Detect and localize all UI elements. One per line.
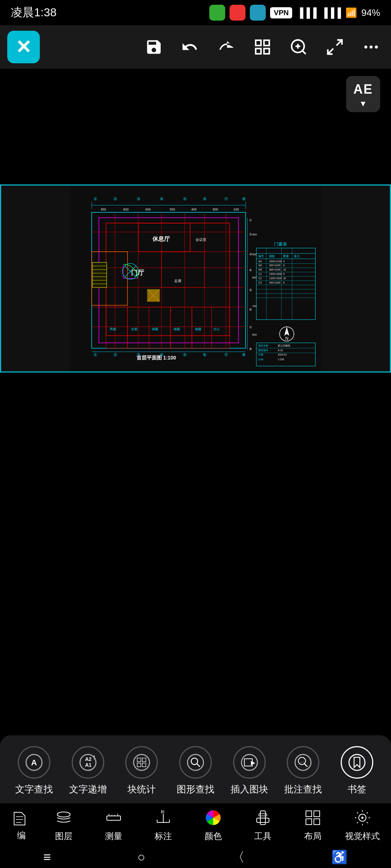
- app-icon-2: [230, 5, 245, 21]
- nav-item-tools[interactable]: 工具: [245, 808, 281, 842]
- svg-text:比例: 比例: [258, 358, 263, 361]
- grid-button[interactable]: [250, 34, 275, 60]
- shape-search-label: 图形查找: [177, 783, 214, 796]
- svg-line-208: [357, 812, 358, 813]
- svg-text:M1: M1: [258, 260, 262, 263]
- bookmark-icon-circle: [341, 746, 373, 779]
- svg-text:↑: ↑: [92, 753, 96, 761]
- expand-button[interactable]: [322, 34, 348, 60]
- back-button[interactable]: 〈: [232, 848, 245, 866]
- svg-point-11: [370, 46, 373, 48]
- nav-item-edit[interactable]: 编: [10, 809, 32, 841]
- svg-line-170: [197, 763, 200, 767]
- svg-text:休息厅: 休息厅: [152, 236, 170, 242]
- nav-item-annotate[interactable]: 标 标注: [145, 808, 181, 842]
- accessibility-button[interactable]: ♿: [331, 850, 348, 865]
- undo-button[interactable]: [177, 34, 203, 60]
- signal-icon-2: ▐▐▐: [321, 7, 341, 18]
- svg-text:④: ④: [249, 268, 252, 272]
- svg-text:600: 600: [213, 208, 218, 211]
- svg-text:4: 4: [283, 260, 285, 263]
- app-icon-1: [209, 5, 225, 21]
- svg-line-9: [328, 48, 333, 54]
- ae-float-button[interactable]: AE ▼: [346, 76, 380, 112]
- svg-text:规格: 规格: [269, 255, 275, 258]
- zoom-search-button[interactable]: [286, 34, 311, 60]
- svg-text:⑤: ⑤: [183, 197, 187, 202]
- svg-text:某公共建筑: 某公共建筑: [278, 344, 290, 347]
- redo-button[interactable]: [214, 34, 239, 60]
- svg-marker-179: [354, 757, 360, 767]
- svg-rect-200: [306, 819, 312, 825]
- battery-indicator: 94%: [361, 7, 380, 18]
- svg-text:储藏: 储藏: [173, 327, 180, 331]
- status-time: 凌晨1:38: [11, 5, 56, 21]
- svg-text:⑦: ⑦: [249, 326, 252, 329]
- svg-rect-1: [264, 40, 269, 46]
- status-bar: 凌晨1:38 VPN ▐▐▐ ▐▐▐ 📶 94%: [0, 0, 391, 25]
- svg-rect-0: [256, 40, 261, 46]
- save-button[interactable]: [141, 34, 167, 60]
- vpn-indicator: VPN: [270, 7, 292, 18]
- bottom-tool-panel: A 文字查找 A2 A1 ↑ 文字递增: [0, 735, 391, 803]
- svg-text:⑥: ⑥: [203, 352, 207, 357]
- tool-block-count[interactable]: 块统计: [118, 746, 165, 796]
- block-count-label: 块统计: [127, 783, 156, 796]
- close-button[interactable]: ✕: [7, 31, 40, 63]
- svg-text:⑥: ⑥: [249, 308, 252, 311]
- nav-measure-label: 测量: [105, 830, 122, 842]
- svg-rect-2: [256, 48, 261, 54]
- svg-text:N: N: [285, 336, 289, 341]
- svg-text:600: 600: [123, 208, 129, 211]
- svg-point-12: [375, 46, 378, 48]
- text-increment-icon-circle: A2 A1 ↑: [72, 746, 104, 779]
- nav-visual-label: 视觉样式: [345, 830, 380, 842]
- svg-text:②: ②: [113, 352, 117, 357]
- insert-block-label: 插入图块: [231, 783, 268, 796]
- home-button[interactable]: ○: [138, 850, 146, 865]
- svg-line-176: [304, 763, 307, 767]
- tool-insert-block[interactable]: 插入图块: [226, 746, 273, 796]
- nav-item-visual[interactable]: 视觉样式: [344, 808, 381, 842]
- svg-text:③: ③: [249, 252, 252, 256]
- svg-line-5: [302, 51, 306, 54]
- svg-text:②: ②: [113, 197, 117, 202]
- menu-button[interactable]: ≡: [43, 850, 51, 865]
- tool-bookmark[interactable]: 书签: [333, 746, 381, 796]
- nav-item-measure[interactable]: 测量: [96, 808, 132, 842]
- svg-text:储藏: 储藏: [152, 327, 158, 331]
- svg-text:M3: M3: [258, 268, 262, 271]
- svg-text:⑤: ⑤: [183, 352, 187, 357]
- svg-text:12: 12: [283, 268, 286, 271]
- svg-text:办公: 办公: [213, 327, 220, 331]
- annotation-search-label: 批注查找: [284, 783, 322, 796]
- svg-text:标: 标: [160, 809, 165, 814]
- tool-annotation-search[interactable]: … 批注查找: [279, 746, 327, 796]
- svg-point-168: [188, 754, 203, 770]
- svg-text:A-01: A-01: [278, 349, 283, 352]
- svg-text:②: ②: [249, 233, 252, 236]
- svg-text:1500×1800: 1500×1800: [269, 273, 282, 275]
- annotation-search-icon-circle: …: [287, 746, 319, 779]
- svg-text:编号: 编号: [258, 255, 264, 258]
- tool-panel-items: A 文字查找 A2 A1 ↑ 文字递增: [0, 735, 391, 803]
- cad-drawing-area[interactable]: ① ② ③ ④ ⑤ ⑥ ⑦ ⑧ 450 600 600 550 400 600 …: [0, 184, 391, 373]
- nav-item-color[interactable]: 颜色: [195, 808, 231, 842]
- cad-canvas: ① ② ③ ④ ⑤ ⑥ ⑦ ⑧ 450 600 600 550 400 600 …: [1, 186, 390, 371]
- svg-text:门窗表: 门窗表: [274, 242, 287, 247]
- nav-item-layout[interactable]: 布局: [295, 808, 331, 842]
- text-increment-label: 文字递增: [69, 783, 107, 796]
- wifi-icon: 📶: [345, 7, 357, 18]
- tool-shape-search[interactable]: 图形查找: [172, 746, 219, 796]
- app-icon-3: [250, 5, 266, 21]
- svg-line-211: [357, 822, 358, 823]
- nav-item-layer[interactable]: 图层: [46, 808, 82, 842]
- tool-text-search[interactable]: A 文字查找: [10, 746, 58, 796]
- svg-text:6: 6: [283, 273, 285, 275]
- tool-text-increment[interactable]: A2 A1 ↑ 文字递增: [64, 746, 112, 796]
- svg-text:会议室: 会议室: [196, 238, 206, 242]
- more-button[interactable]: [358, 34, 384, 60]
- svg-text:③: ③: [136, 197, 140, 202]
- nav-layout-label: 布局: [304, 830, 321, 842]
- svg-rect-199: [314, 811, 320, 817]
